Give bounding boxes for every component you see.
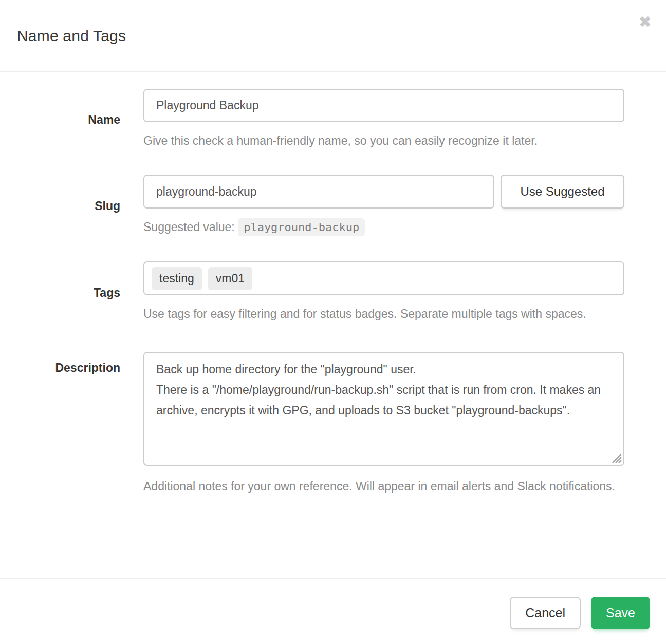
description-label: Description — [17, 361, 143, 375]
description-field-group: Description Back up home directory for t… — [17, 352, 624, 497]
tag-chip[interactable]: vm01 — [208, 267, 252, 290]
tag-chip[interactable]: testing — [152, 267, 202, 290]
modal-footer: Cancel Save — [0, 578, 666, 644]
save-button[interactable]: Save — [591, 597, 650, 629]
name-help-text: Give this check a human-friendly name, s… — [143, 130, 624, 151]
name-and-tags-modal: Name and Tags ✖ Name Give this check a h… — [0, 0, 666, 644]
tags-label: Tags — [17, 286, 143, 300]
slug-field-group: Slug Use Suggested Suggested value: play… — [17, 175, 624, 238]
name-input[interactable] — [143, 89, 624, 122]
resize-handle-icon[interactable] — [610, 452, 622, 463]
description-textarea[interactable]: Back up home directory for the "playgrou… — [143, 352, 624, 466]
modal-body: Name Give this check a human-friendly na… — [0, 72, 666, 578]
description-help-text: Additional notes for your own reference.… — [143, 476, 624, 497]
name-field-group: Name Give this check a human-friendly na… — [17, 89, 624, 151]
slug-input-row: Use Suggested — [143, 175, 624, 209]
tags-input[interactable]: testing vm01 — [143, 261, 624, 295]
slug-suggested-prefix: Suggested value: — [143, 220, 235, 234]
slug-suggested-value: playground-backup — [238, 218, 365, 236]
description-textarea-wrap: Back up home directory for the "playgrou… — [143, 352, 624, 466]
description-control: Back up home directory for the "playgrou… — [143, 352, 624, 497]
close-icon[interactable]: ✖ — [639, 14, 652, 30]
name-control: Give this check a human-friendly name, s… — [143, 89, 624, 151]
slug-suggested-line: Suggested value: playground-backup — [143, 217, 624, 238]
modal-header: Name and Tags ✖ — [0, 0, 666, 72]
slug-input[interactable] — [143, 175, 494, 209]
use-suggested-button[interactable]: Use Suggested — [501, 175, 624, 209]
modal-title: Name and Tags — [17, 27, 126, 45]
tags-help-text: Use tags for easy filtering and for stat… — [143, 304, 624, 324]
slug-label: Slug — [17, 199, 143, 213]
name-label: Name — [17, 113, 143, 127]
cancel-button[interactable]: Cancel — [510, 597, 581, 629]
slug-control: Use Suggested Suggested value: playgroun… — [143, 175, 624, 238]
tags-field-group: Tags testing vm01 Use tags for easy filt… — [17, 261, 624, 324]
tags-control: testing vm01 Use tags for easy filtering… — [143, 261, 624, 324]
